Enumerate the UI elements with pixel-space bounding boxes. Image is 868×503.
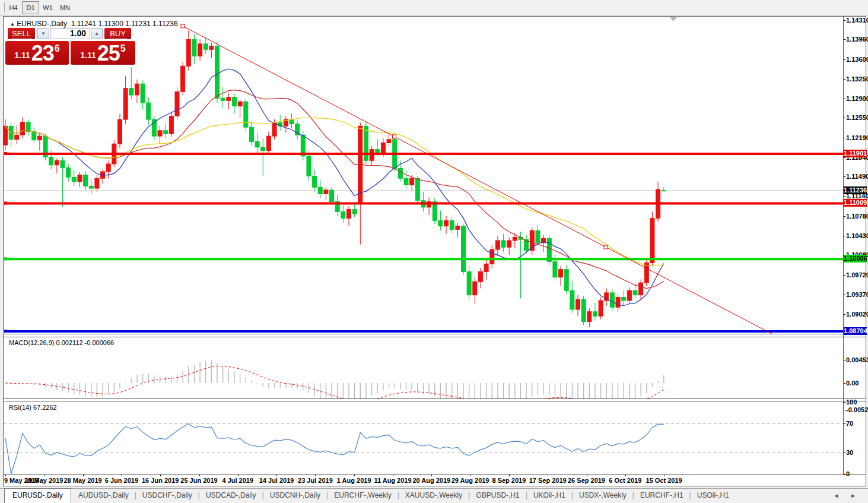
axis-tick-mark — [844, 196, 845, 197]
date-tick-mark — [276, 474, 277, 476]
volume-decrease-button[interactable]: ▼ — [37, 28, 49, 39]
panel-separator[interactable] — [4, 334, 866, 334]
panel-separator[interactable] — [4, 398, 866, 399]
chart-title-ohlc: 1.11241 1.11300 1.11231 1.11236 — [71, 20, 178, 28]
candlestick — [415, 178, 419, 200]
date-tick-mark — [315, 474, 316, 476]
candlestick — [118, 119, 122, 144]
axis-tick-mark — [844, 216, 845, 217]
ask-price-panel[interactable]: 1.11 25 5 — [71, 41, 135, 65]
candlestick — [169, 116, 173, 134]
candlestick — [186, 39, 190, 66]
tab-usoil-h1[interactable]: USOil-,H1 — [691, 491, 735, 499]
candlestick — [633, 290, 637, 295]
tab-scroll-right-button[interactable]: ► — [845, 492, 861, 499]
bid-pip-digit: 6 — [55, 43, 60, 54]
level-line-handle[interactable] — [4, 257, 7, 260]
volume-input[interactable]: 1.00 — [50, 28, 90, 39]
price-tick: 1.10430 — [846, 232, 868, 239]
axis-tick-mark — [844, 39, 845, 40]
buy-button[interactable]: BUY — [104, 28, 131, 39]
level-line-handle[interactable] — [4, 330, 7, 333]
chart-shift-marker-icon[interactable] — [670, 17, 677, 21]
date-tick-mark — [625, 474, 626, 476]
rsi-label: RSI(14) 67.2262 — [9, 404, 57, 411]
candlestick — [639, 283, 643, 295]
price-tick: 1.12190 — [846, 134, 868, 141]
tab-audusd-daily[interactable]: AUDUSD-,Daily — [72, 491, 135, 499]
candlestick — [376, 150, 380, 153]
tab-eurusd-daily-active[interactable]: EURUSD-,Daily — [4, 488, 71, 503]
bid-prefix: 1.11 — [14, 50, 30, 60]
candlestick — [261, 147, 265, 151]
macd-axis-tick: 0.00 — [846, 379, 859, 387]
candlestick — [249, 127, 253, 141]
tab-scroll-left-button[interactable]: ◄ — [828, 492, 844, 499]
trendline-handle[interactable] — [604, 245, 608, 249]
tab-usdcad-daily[interactable]: USDCAD-,Daily — [200, 491, 262, 499]
axis-tick-mark — [844, 118, 845, 118]
candlestick — [450, 220, 454, 229]
timeframe-button-mn[interactable]: MN — [56, 1, 74, 14]
timeframe-button-h4[interactable]: H4 — [5, 1, 22, 14]
panel-separator — [4, 337, 866, 337]
price-badge-1.11236: 1.11236 — [844, 186, 867, 194]
level-line-handle[interactable] — [4, 201, 7, 204]
timeframe-button-d1[interactable]: D1 — [22, 1, 39, 14]
tab-ukoil-h1[interactable]: UKOil-,H1 — [527, 491, 571, 499]
candlestick — [484, 264, 488, 271]
candlestick — [507, 241, 511, 247]
ask-prefix: 1.11 — [80, 50, 96, 60]
descending-trendline[interactable] — [183, 26, 772, 334]
axis-tick-mark — [844, 423, 845, 424]
tab-usdchf-daily[interactable]: USDCHF-,Daily — [136, 491, 198, 499]
date-tick-mark — [431, 474, 432, 476]
candlestick — [72, 177, 76, 181]
candlestick — [313, 176, 317, 188]
candlestick — [444, 220, 449, 226]
candlestick — [650, 219, 654, 263]
candlestick — [209, 46, 214, 50]
candlestick — [398, 168, 402, 178]
date-label: 25 Jun 2019 — [180, 477, 217, 484]
price-axis: 1.143101.139601.136001.132501.129001.125… — [844, 17, 867, 474]
sell-button-label: SELL — [11, 29, 32, 39]
axis-tick-mark — [844, 295, 845, 295]
candlestick — [238, 102, 242, 106]
candlestick — [204, 44, 208, 49]
candlestick — [553, 262, 557, 277]
rsi-indicator-chart[interactable] — [4, 401, 844, 474]
sell-button[interactable]: SELL — [8, 28, 35, 39]
volume-increase-button[interactable]: ▲ — [91, 28, 103, 39]
tab-usdx-weekly[interactable]: USDX-,Weekly — [573, 491, 632, 499]
candlestick — [324, 190, 328, 194]
price-badge-1.08704: 1.08704 — [844, 327, 867, 335]
date-tick-mark — [44, 474, 44, 476]
tab-usdcnh-daily[interactable]: USDCNH-,Daily — [264, 491, 326, 499]
candlestick — [37, 136, 42, 140]
tab-eurchf-weekly[interactable]: EURCHF-,Weekly — [328, 491, 397, 499]
tab-xauusd-weekly[interactable]: XAUUSD-,Weekly — [399, 491, 468, 499]
rsi-axis-tick: 0 — [846, 470, 850, 477]
timeframe-button-w1[interactable]: W1 — [39, 1, 56, 14]
candlestick — [581, 299, 586, 321]
macd-indicator-chart[interactable] — [4, 337, 844, 399]
price-tick: 1.12550 — [846, 114, 868, 121]
candlestick — [467, 271, 471, 295]
tab-eurchf-h1[interactable]: EURCHF-,H1 — [634, 491, 689, 499]
bid-price-panel[interactable]: 1.11 23 6 — [5, 41, 69, 65]
date-tick-mark — [160, 474, 161, 476]
tab-gbpusd-h1[interactable]: GBPUSD-,H1 — [470, 491, 525, 499]
candlestick — [564, 270, 568, 291]
date-axis-line — [4, 474, 866, 475]
candlestick — [84, 175, 88, 186]
price-tick: 1.09020 — [846, 311, 868, 318]
trendline-handle[interactable] — [181, 24, 185, 28]
candlestick — [307, 156, 311, 176]
ask-pip-digit: 5 — [120, 43, 126, 54]
date-tick-mark — [587, 474, 587, 476]
level-line-handle[interactable] — [4, 152, 7, 155]
date-tick-mark — [354, 474, 355, 476]
candlestick — [616, 297, 620, 307]
trendline-handle[interactable] — [393, 135, 396, 138]
